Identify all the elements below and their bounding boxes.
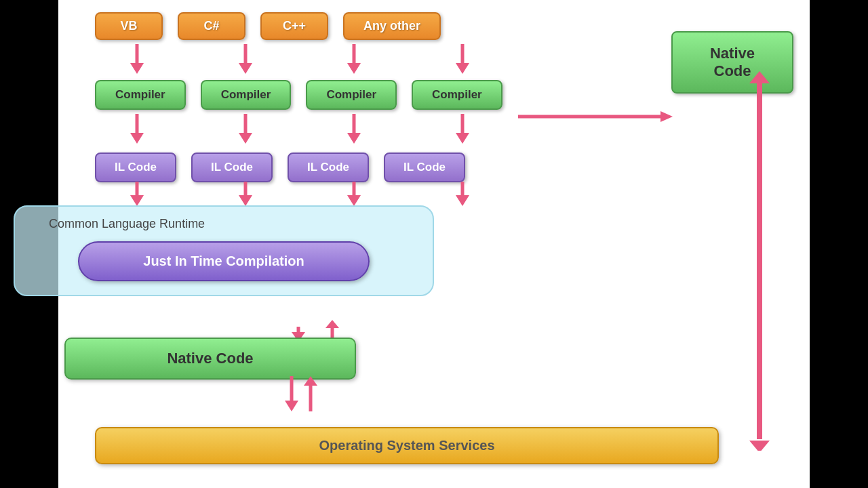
- native-code-bottom-box: Native Code: [146, 338, 356, 380]
- lang-to-compiler-arrows: [95, 44, 570, 78]
- il-vb: IL Code: [95, 152, 176, 182]
- il-row: IL Code IL Code IL Code IL Code: [95, 152, 465, 182]
- compiler-vb: Compiler: [95, 80, 186, 110]
- svg-marker-17: [456, 133, 469, 144]
- svg-marker-5: [347, 63, 361, 74]
- svg-marker-1: [130, 63, 144, 74]
- lang-other: Any other: [343, 12, 441, 40]
- il-csharp: IL Code: [191, 152, 273, 182]
- il-other: IL Code: [384, 152, 465, 182]
- svg-marker-32: [304, 376, 317, 386]
- compiler-cpp: Compiler: [306, 80, 397, 110]
- svg-marker-21: [239, 195, 252, 206]
- lang-cpp: C++: [260, 12, 328, 40]
- compiler-to-il-arrows: [95, 114, 570, 148]
- os-bar: Operating System Services: [95, 427, 793, 464]
- svg-marker-9: [660, 111, 673, 122]
- svg-marker-34: [749, 71, 770, 83]
- svg-marker-13: [239, 133, 252, 144]
- svg-marker-7: [456, 63, 469, 74]
- svg-marker-11: [130, 133, 144, 144]
- os-services-label: Operating System Services: [95, 427, 719, 464]
- clr-box: Common Language Runtime Just In Time Com…: [14, 205, 434, 296]
- native-code-bottom-label: Native Code: [64, 338, 356, 380]
- clr-label: Common Language Runtime: [49, 217, 205, 231]
- native-to-os-arrows: [271, 376, 326, 417]
- lang-csharp: C#: [178, 12, 245, 40]
- content-wrapper: VB C# C++ Any other Compiler Compiler Co…: [61, 7, 807, 468]
- clr-container: Common Language Runtime Just In Time Com…: [95, 205, 434, 296]
- compiler-csharp: Compiler: [201, 80, 292, 110]
- jit-box: Just In Time Compilation: [78, 241, 370, 281]
- svg-marker-31: [285, 401, 298, 411]
- svg-marker-3: [239, 63, 252, 74]
- lang-vb: VB: [95, 12, 163, 40]
- native-code-right-label: Native Code: [671, 31, 793, 94]
- il-cpp: IL Code: [288, 152, 369, 182]
- diagram-area: VB C# C++ Any other Compiler Compiler Co…: [58, 0, 810, 488]
- svg-marker-15: [347, 133, 361, 144]
- svg-rect-35: [757, 82, 762, 439]
- il-to-clr-arrows: [95, 182, 570, 207]
- language-row: VB C# C++ Any other: [95, 12, 441, 40]
- svg-marker-25: [456, 195, 469, 206]
- svg-marker-23: [347, 195, 361, 206]
- compiler-other: Compiler: [412, 80, 502, 110]
- svg-marker-19: [130, 195, 144, 206]
- right-vertical-arrow: [749, 71, 770, 451]
- compiler-row: Compiler Compiler Compiler Compiler: [95, 80, 502, 110]
